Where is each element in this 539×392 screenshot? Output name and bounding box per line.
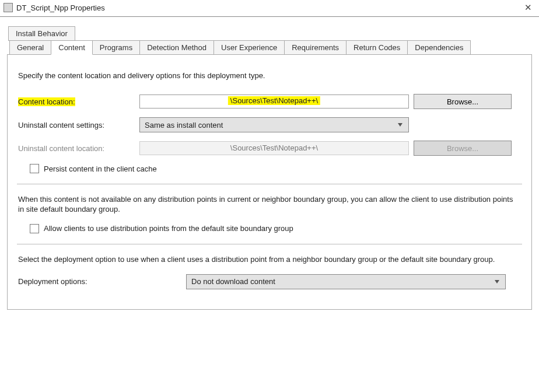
uninstall-location-label: Uninstall content location: [18, 144, 135, 153]
content-panel: Specify the content location and deliver… [7, 54, 532, 310]
browse-uninstall-location-button: Browse... [414, 141, 512, 156]
tab-user-experience[interactable]: User Experience [214, 40, 285, 55]
uninstall-settings-select[interactable]: Same as install content [139, 117, 409, 132]
divider [17, 244, 522, 244]
tab-content[interactable]: Content [51, 40, 93, 55]
uninstall-settings-value: Same as install content [145, 121, 223, 130]
allow-clients-checkbox[interactable] [30, 224, 39, 233]
divider [17, 184, 522, 184]
deployment-options-value: Do not download content [191, 277, 275, 286]
tab-programs[interactable]: Programs [92, 40, 140, 55]
intro-text: Specify the content location and deliver… [18, 71, 522, 80]
deployment-options-label: Deployment options: [18, 277, 181, 286]
persist-content-checkbox[interactable] [30, 164, 39, 173]
tab-requirements[interactable]: Requirements [284, 40, 346, 55]
deployment-para: Select the deployment option to use when… [18, 255, 521, 265]
title-bar: DT_Script_Npp Properties ✕ [0, 0, 539, 17]
persist-content-label: Persist content in the client cache [44, 164, 157, 173]
content-location-label: Content location: [18, 97, 75, 106]
tab-general[interactable]: General [9, 40, 51, 55]
not-available-para: When this content is not available on an… [18, 195, 521, 215]
uninstall-location-input: \Sources\Test\Notepad++\ [139, 141, 409, 155]
tab-detection-method[interactable]: Detection Method [139, 40, 214, 55]
close-icon[interactable]: ✕ [522, 2, 534, 13]
window-title: DT_Script_Npp Properties [16, 4, 522, 12]
uninstall-settings-label: Uninstall content settings: [18, 121, 135, 130]
content-location-input[interactable] [139, 94, 409, 108]
tab-dependencies[interactable]: Dependencies [407, 40, 471, 55]
tab-return-codes[interactable]: Return Codes [346, 40, 408, 55]
allow-clients-label: Allow clients to use distribution points… [44, 224, 293, 233]
app-icon [4, 3, 13, 12]
deployment-options-select[interactable]: Do not download content [186, 274, 506, 289]
browse-content-location-button[interactable]: Browse... [414, 94, 512, 109]
tab-install-behavior[interactable]: Install Behavior [8, 26, 75, 41]
